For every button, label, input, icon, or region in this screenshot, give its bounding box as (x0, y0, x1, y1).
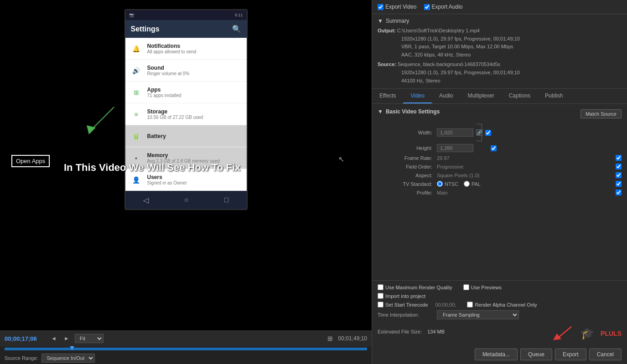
height-checkbox[interactable] (491, 145, 497, 151)
red-arrow (549, 324, 576, 343)
tabs-bar: Effects Video Audio Multiplexer Captions… (372, 89, 627, 104)
set-start-timecode-checkbox[interactable] (378, 302, 383, 308)
phone-item-sound: Sound Ringer volume at 0% (147, 65, 190, 76)
use-max-render-label[interactable]: Use Maximum Render Quality (378, 284, 452, 290)
fullscreen-btn[interactable]: ⊞ (326, 334, 335, 343)
field-order-value: Progressive (437, 164, 616, 169)
tab-video[interactable]: Video (403, 89, 431, 103)
battery-icon: 🔋 (131, 131, 142, 142)
phone-header: Settings 🔍 (125, 20, 247, 38)
ntsc-radio-label[interactable]: NTSC (437, 181, 458, 187)
current-timecode: 00;00;17;06 (5, 335, 46, 342)
phone-item-notifications: Notifications All apps allowed to send (147, 43, 197, 54)
list-item: 🔊 Sound Ringer volume at 0% (125, 60, 247, 82)
use-previews-checkbox[interactable] (463, 284, 469, 290)
width-input[interactable] (437, 128, 473, 137)
file-size-row: Estimated File Size: 134 MB (378, 329, 445, 334)
pal-radio[interactable] (464, 181, 470, 187)
timecode-value: 00;00;00; (435, 302, 456, 308)
height-label: Height: (378, 145, 432, 151)
match-source-button[interactable]: Match Source (580, 109, 622, 118)
phone-item-battery: Battery (147, 133, 166, 139)
tab-publish[interactable]: Publish (538, 89, 570, 103)
pal-radio-label[interactable]: PAL (464, 181, 481, 187)
estimated-file-size-value: 134 MB (427, 329, 445, 334)
play-backward-btn[interactable]: ◄ (49, 334, 58, 343)
output-path: C:\Users\SoftTrick\Desktop\try 1.mp4 (397, 28, 480, 33)
export-button[interactable]: Export (555, 349, 586, 360)
frame-rate-checkbox[interactable] (616, 155, 622, 161)
list-item: 🔔 Notifications All apps allowed to send (125, 38, 247, 60)
profile-checkbox[interactable] (616, 190, 622, 195)
output-details1: 1920x1280 (1.0), 29.97 fps, Progressive,… (401, 35, 622, 43)
use-previews-label[interactable]: Use Previews (463, 284, 502, 290)
play-forward-btn[interactable]: ► (62, 334, 71, 343)
pluls-text: PLULS (601, 330, 622, 337)
time-interpolation-label: Time Interpolation: (378, 312, 437, 318)
collapse-basic-icon: ▼ (378, 108, 383, 115)
end-timecode: 00;01;49;10 (338, 335, 367, 342)
list-item: ≡ Storage 10.56 GB of 27.22 GB used (125, 103, 247, 125)
queue-button[interactable]: Queue (520, 349, 552, 360)
import-into-project-text: Import into project (385, 293, 425, 299)
cancel-button[interactable]: Cancel (589, 349, 622, 360)
home-icon[interactable]: ○ (184, 196, 189, 204)
bottom-options-area: Use Maximum Render Quality Use Previews … (372, 281, 627, 364)
export-video-label: Export Video (385, 4, 417, 10)
settings-content: ▼ Basic Video Settings Match Source Widt… (372, 104, 627, 203)
tv-standard-row: TV Standard: NTSC PAL (378, 181, 622, 187)
tab-effects[interactable]: Effects (372, 89, 403, 103)
tab-audio[interactable]: Audio (432, 89, 461, 103)
timeline-playhead[interactable] (70, 346, 74, 350)
export-audio-checkbox[interactable] (424, 4, 430, 10)
profile-value: Main (437, 190, 616, 195)
time-interpolation-dropdown[interactable]: Frame Sampling Frame Blending Optical Fl… (437, 310, 519, 319)
summary-title: Summary (386, 18, 409, 24)
import-into-project-checkbox[interactable] (378, 293, 383, 299)
recents-icon[interactable]: □ (224, 196, 229, 204)
export-video-checkbox[interactable] (378, 4, 383, 10)
basic-video-header: ▼ Basic Video Settings Match Source (378, 108, 622, 119)
phone-item-users: Users Signed in as Owner (147, 174, 187, 185)
render-alpha-checkbox[interactable] (467, 302, 473, 308)
export-audio-checkbox-label[interactable]: Export Audio (424, 4, 463, 10)
metadata-button[interactable]: Metadata... (475, 349, 518, 360)
phone-status-time: 9:11 (235, 13, 243, 17)
back-icon[interactable]: ◁ (143, 196, 149, 205)
svg-line-0 (91, 107, 114, 130)
profile-label: Profile: (378, 190, 432, 195)
aspect-checkbox[interactable] (616, 172, 622, 178)
source-range-bar: Source Range: Sequence In/Out Work Area … (0, 352, 372, 364)
width-checkbox[interactable] (485, 130, 491, 136)
tab-captions[interactable]: Captions (502, 89, 538, 103)
link-toggle[interactable]: 🔗 (476, 129, 482, 136)
sound-icon: 🔊 (131, 65, 142, 76)
source-range-dropdown[interactable]: Sequence In/Out Work Area Entire Sequenc… (41, 354, 95, 363)
timeline-bar[interactable] (5, 348, 367, 350)
height-input[interactable] (437, 144, 473, 152)
basic-video-title-text: Basic Video Settings (386, 108, 440, 115)
field-order-checkbox[interactable] (616, 164, 622, 169)
time-interpolation-row: Time Interpolation: Frame Sampling Frame… (378, 310, 622, 319)
set-start-timecode-label[interactable]: Set Start Timecode (378, 302, 428, 308)
summary-toggle[interactable]: ▼ Summary (378, 18, 622, 24)
use-max-render-checkbox[interactable] (378, 284, 383, 290)
phone-status-bar: 📷 9:11 (125, 10, 247, 20)
tab-multiplexer[interactable]: Multiplexer (461, 89, 502, 103)
import-into-project-label[interactable]: Import into project (378, 293, 425, 299)
file-size-logo-row: Estimated File Size: 134 MB 🎓 (378, 322, 622, 345)
export-video-checkbox-label[interactable]: Export Video (378, 4, 417, 10)
ntsc-radio[interactable] (437, 181, 443, 187)
use-previews-text: Use Previews (471, 285, 502, 290)
source-details3: 44100 Hz, Stereo (401, 77, 622, 85)
summary-content: Output: C:\Users\SoftTrick\Desktop\try 1… (378, 27, 622, 85)
tv-standard-checkbox[interactable] (616, 181, 622, 187)
tv-standard-radio-group: NTSC PAL (437, 181, 481, 187)
action-buttons: Metadata... Queue Export Cancel (378, 349, 622, 360)
svg-line-2 (558, 327, 571, 338)
svg-marker-3 (553, 333, 561, 340)
settings-wrapper: ▼ Basic Video Settings Match Source Widt… (372, 104, 627, 280)
fit-dropdown[interactable]: Fit 25% 50% 100% (75, 334, 104, 343)
source-details1: Sequence, black-background-1468370534d5s (398, 62, 500, 67)
render-alpha-label[interactable]: Render Alpha Channel Only (467, 302, 537, 308)
